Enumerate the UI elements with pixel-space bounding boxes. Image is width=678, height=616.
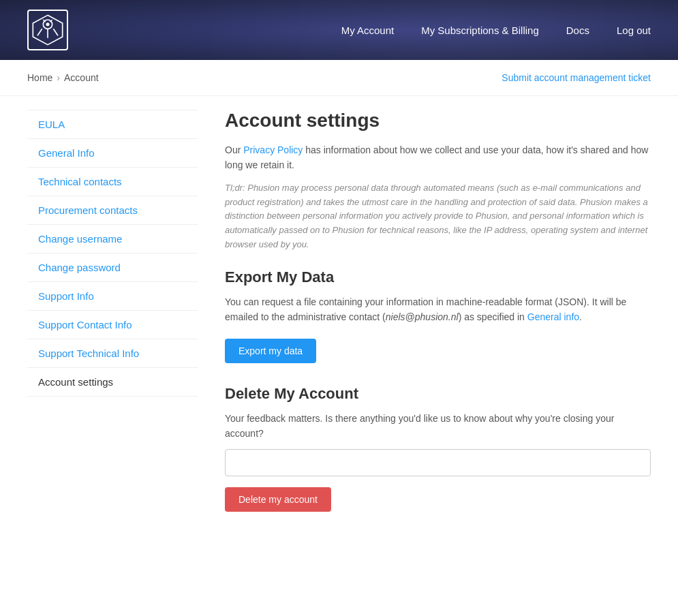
export-email: niels@phusion.nl — [386, 311, 459, 322]
sidebar-item-eula[interactable]: EULA — [27, 110, 198, 139]
svg-point-1 — [43, 20, 52, 29]
logo-area — [27, 10, 68, 50]
header: My Account My Subscriptions & Billing Do… — [0, 0, 678, 60]
nav-billing[interactable]: My Subscriptions & Billing — [421, 25, 539, 36]
logo-svg — [31, 13, 65, 47]
delete-my-account-button[interactable]: Delete my account — [225, 487, 331, 512]
svg-line-3 — [53, 29, 58, 35]
nav-logout[interactable]: Log out — [617, 25, 651, 36]
breadcrumb-bar: Home › Account Submit account management… — [0, 60, 678, 96]
sidebar-item-change-username[interactable]: Change username — [27, 225, 198, 253]
sidebar-item-technical-contacts[interactable]: Technical contacts — [27, 168, 198, 196]
svg-point-5 — [46, 22, 50, 26]
sidebar-item-support-contact-info[interactable]: Support Contact Info — [27, 311, 198, 339]
page-title: Account settings — [225, 110, 651, 132]
sidebar-item-general-info[interactable]: General Info — [27, 139, 198, 168]
logo-icon — [27, 10, 68, 50]
delete-feedback-text: Your feedback matters. Is there anything… — [225, 411, 651, 442]
intro-text-prefix: Our — [225, 144, 243, 155]
svg-line-6 — [43, 20, 45, 22]
svg-marker-0 — [33, 15, 62, 44]
export-section-title: Export My Data — [225, 268, 651, 286]
intro-paragraph: Our Privacy Policy has information about… — [225, 142, 651, 173]
sidebar-item-change-password[interactable]: Change password — [27, 253, 198, 282]
breadcrumb: Home › Account — [27, 72, 99, 83]
sidebar-item-account-settings[interactable]: Account settings — [27, 368, 198, 397]
svg-line-2 — [37, 29, 42, 35]
delete-section-title: Delete My Account — [225, 385, 651, 403]
breadcrumb-current: Account — [64, 72, 99, 83]
breadcrumb-home[interactable]: Home — [27, 72, 52, 83]
sidebar-item-procurement-contacts[interactable]: Procurement contacts — [27, 196, 198, 225]
content-area: Account settings Our Privacy Policy has … — [211, 110, 651, 512]
svg-line-7 — [50, 20, 52, 22]
export-desc-end: . — [579, 311, 582, 322]
sidebar-item-support-info[interactable]: Support Info — [27, 282, 198, 311]
general-info-link[interactable]: General info — [527, 311, 579, 322]
nav-docs[interactable]: Docs — [566, 25, 589, 36]
sidebar-item-support-technical-info[interactable]: Support Technical Info — [27, 339, 198, 368]
main-nav: My Account My Subscriptions & Billing Do… — [341, 25, 651, 36]
tldr-paragraph: Tl;dr: Phusion may process personal data… — [225, 181, 651, 252]
delete-feedback-input[interactable] — [225, 449, 651, 476]
main-container: EULA General Info Technical contacts Pro… — [0, 96, 678, 525]
sidebar: EULA General Info Technical contacts Pro… — [27, 110, 211, 512]
nav-my-account[interactable]: My Account — [341, 25, 395, 36]
breadcrumb-chevron: › — [57, 72, 60, 83]
privacy-policy-link[interactable]: Privacy Policy — [243, 144, 303, 155]
export-description: You can request a file containing your i… — [225, 294, 651, 325]
export-desc-suffix: ) as specified in — [459, 311, 527, 322]
export-my-data-button[interactable]: Export my data — [225, 339, 316, 363]
submit-ticket-link[interactable]: Submit account management ticket — [502, 72, 651, 83]
